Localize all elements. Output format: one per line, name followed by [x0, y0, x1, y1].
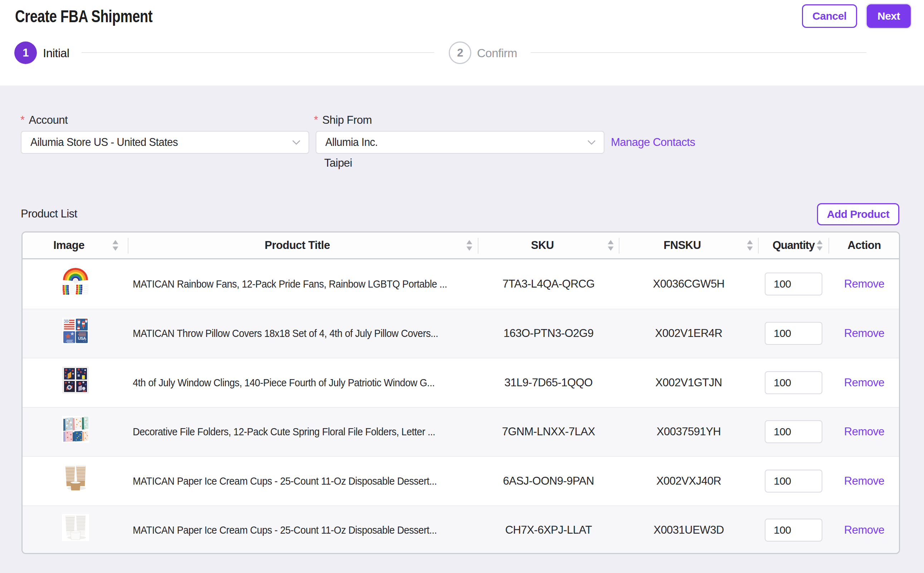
svg-text:USA: USA — [78, 336, 86, 341]
